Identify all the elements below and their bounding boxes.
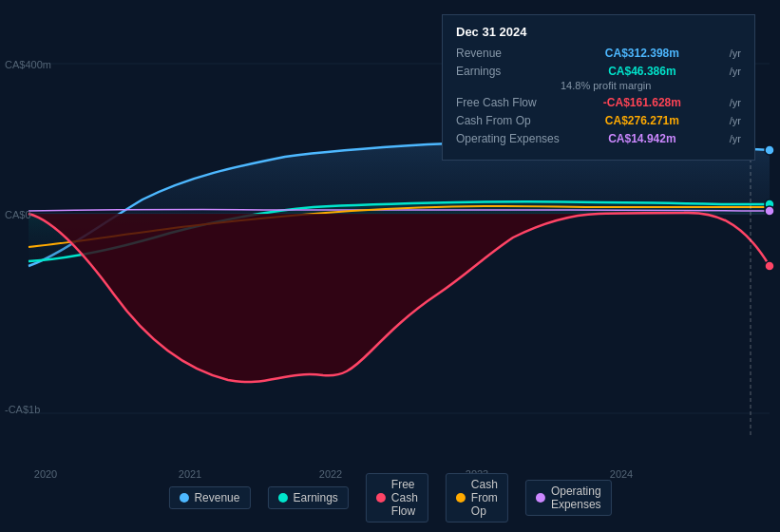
tooltip-unit-opex: /yr <box>730 133 741 144</box>
legend-label-fcf: Free Cash Flow <box>391 478 418 518</box>
tooltip-row-cashop: Cash From Op CA$276.271m /yr <box>456 114 741 127</box>
legend-item-opex[interactable]: Operating Expenses <box>525 480 612 516</box>
legend-item-earnings[interactable]: Earnings <box>267 486 348 509</box>
legend-dot-cashop <box>456 493 466 503</box>
tooltip-unit-cashop: /yr <box>730 115 741 126</box>
tooltip-unit-fcf: /yr <box>730 97 741 108</box>
y-label-neg1b: -CA$1b <box>5 404 40 415</box>
legend-label-cashop: Cash From Op <box>471 478 498 518</box>
svg-point-4 <box>765 145 774 155</box>
legend-item-fcf[interactable]: Free Cash Flow <box>366 473 428 522</box>
tooltip-label-earnings: Earnings <box>456 65 561 78</box>
tooltip-row-revenue: Revenue CA$312.398m /yr <box>456 47 741 60</box>
tooltip-row-fcf: Free Cash Flow -CA$161.628m /yr <box>456 96 741 109</box>
legend-label-opex: Operating Expenses <box>551 484 601 511</box>
legend-dot-revenue <box>179 493 188 503</box>
legend-dot-fcf <box>376 493 386 503</box>
legend-item-cashop[interactable]: Cash From Op <box>446 473 508 522</box>
tooltip-value-fcf: -CA$161.628m <box>603 96 681 109</box>
tooltip-value-earnings: CA$46.386m <box>608 65 675 78</box>
tooltip-row-opex: Operating Expenses CA$14.942m /yr <box>456 132 741 145</box>
tooltip-label-opex: Operating Expenses <box>456 132 561 145</box>
legend-dot-opex <box>536 493 545 503</box>
legend-label-earnings: Earnings <box>293 491 337 504</box>
tooltip-date: Dec 31 2024 <box>456 25 741 39</box>
x-label-2024: 2024 <box>610 468 633 480</box>
svg-point-8 <box>765 206 774 216</box>
tooltip-label-revenue: Revenue <box>456 47 561 60</box>
legend-item-revenue[interactable]: Revenue <box>168 486 250 509</box>
tooltip-sub-margin: 14.8% profit margin <box>456 80 741 91</box>
tooltip-label-cashop: Cash From Op <box>456 114 561 127</box>
tooltip-box: Dec 31 2024 Revenue CA$312.398m /yr Earn… <box>442 14 755 161</box>
tooltip-label-fcf: Free Cash Flow <box>456 96 561 109</box>
tooltip-value-revenue: CA$312.398m <box>605 47 679 60</box>
y-label-0: CA$0 <box>5 209 31 220</box>
tooltip-value-cashop: CA$276.271m <box>605 114 679 127</box>
tooltip-value-opex: CA$14.942m <box>608 132 675 145</box>
x-label-2020: 2020 <box>34 468 57 480</box>
legend-label-revenue: Revenue <box>194 491 239 504</box>
y-label-400m: CA$400m <box>5 59 51 70</box>
svg-point-7 <box>765 261 774 271</box>
legend-dot-earnings <box>277 493 287 503</box>
tooltip-row-earnings: Earnings CA$46.386m /yr <box>456 65 741 78</box>
chart-container: CA$400m CA$0 -CA$1b 2020 2021 2022 2023 … <box>0 0 780 532</box>
tooltip-unit-revenue: /yr <box>730 48 741 59</box>
tooltip-unit-earnings: /yr <box>730 66 741 77</box>
chart-legend: Revenue Earnings Free Cash Flow Cash Fro… <box>168 473 611 522</box>
